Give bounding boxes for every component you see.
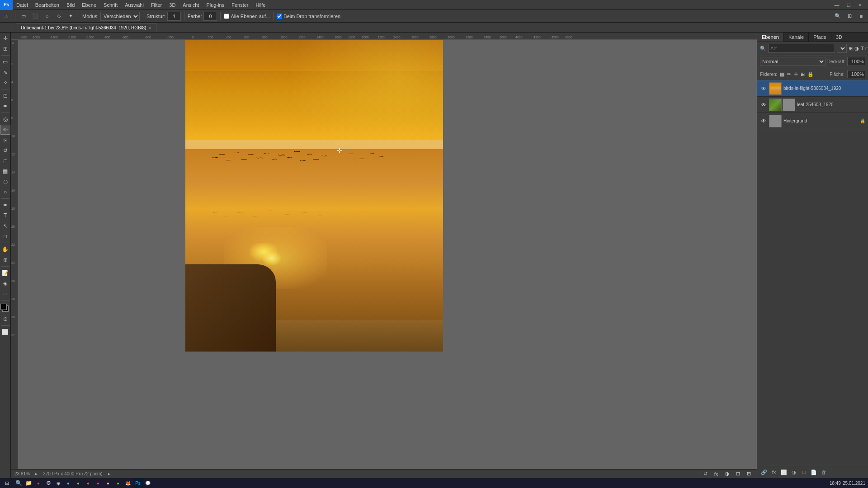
layer-search-input[interactable] xyxy=(768,44,835,53)
blur-tool[interactable]: ◌ xyxy=(0,177,10,187)
move-tool[interactable]: ✛ xyxy=(0,33,10,43)
home-btn[interactable]: ⌂ xyxy=(2,11,12,21)
mode-rect[interactable]: ▭ xyxy=(19,11,28,21)
taskbar-search-icon[interactable]: 🔍 xyxy=(14,478,24,488)
bottom-history-icon[interactable]: ↺ xyxy=(701,469,710,479)
lock-position-icon[interactable]: ✛ xyxy=(794,71,798,77)
layer-item-leaf[interactable]: 👁 leaf-254608_1920 xyxy=(757,97,868,113)
document-tab[interactable]: Unbenannt-1 bei 23,8% (birds-in-flight-5… xyxy=(16,23,156,32)
taskbar-icon-6[interactable]: ● xyxy=(63,478,73,488)
filter-type-select[interactable] xyxy=(837,44,847,53)
beim-drop-label[interactable]: Beim Drop transformieren xyxy=(277,14,340,19)
lasso-tool[interactable]: ∿ xyxy=(0,67,10,77)
layer-style-icon[interactable]: fx xyxy=(770,468,778,476)
selection-tool[interactable]: ▭ xyxy=(0,57,10,67)
menu-ansicht[interactable]: Ansicht xyxy=(179,0,203,10)
menu-schrift[interactable]: Schrift xyxy=(100,0,121,10)
tab-pfade[interactable]: Pfade xyxy=(809,33,831,42)
more-tools[interactable]: ··· xyxy=(0,289,10,299)
menu-bearbeiten[interactable]: Bearbeiten xyxy=(32,0,63,10)
menu-filter[interactable]: Filter xyxy=(147,0,165,10)
taskbar-icon-8[interactable]: ● xyxy=(83,478,93,488)
menu-plugins[interactable]: Plug-ins xyxy=(203,0,228,10)
tab-close-btn[interactable]: × xyxy=(149,26,151,30)
lock-all-icon[interactable]: 🔒 xyxy=(807,71,814,77)
search-icon[interactable]: 🔍 xyxy=(833,11,843,21)
hand-tool[interactable]: ✋ xyxy=(0,244,10,254)
path-select-tool[interactable]: ↖ xyxy=(0,221,10,231)
type-tool[interactable]: T xyxy=(0,211,10,221)
panel-btn[interactable]: ≡ xyxy=(856,11,866,21)
close-btn[interactable]: × xyxy=(855,0,865,10)
filter-adjust-icon[interactable]: ◑ xyxy=(854,44,859,53)
fill-input[interactable] xyxy=(847,70,865,78)
menu-datei[interactable]: Datei xyxy=(13,0,32,10)
menu-3d[interactable]: 3D xyxy=(165,0,179,10)
beim-drop-checkbox[interactable] xyxy=(277,14,282,19)
layer-mask-icon[interactable]: ⬜ xyxy=(780,468,788,476)
fg-color[interactable] xyxy=(0,304,7,310)
menu-hilfe[interactable]: Hilfe xyxy=(252,0,269,10)
lock-artboard-icon[interactable]: ⊞ xyxy=(801,71,805,77)
gradient-tool[interactable]: ▦ xyxy=(0,166,10,176)
delete-layer-icon[interactable]: 🗑 xyxy=(820,468,828,476)
menu-auswahl[interactable]: Auswahl xyxy=(121,0,147,10)
stamp-tool[interactable]: ⎘ xyxy=(0,135,10,145)
taskbar-msg-icon[interactable]: 💬 xyxy=(143,478,153,488)
mode-circle[interactable]: ○ xyxy=(42,11,52,21)
taskbar-icon-10[interactable]: ● xyxy=(103,478,113,488)
magic-wand-tool[interactable]: ✧ xyxy=(0,78,10,88)
layer-visibility-leaf[interactable]: 👁 xyxy=(760,101,767,108)
taskbar-icon-3[interactable]: ● xyxy=(33,478,43,488)
mode-diamond[interactable]: ◇ xyxy=(54,11,64,21)
farbe-input[interactable] xyxy=(203,12,217,21)
lock-transparent-icon[interactable]: ▦ xyxy=(780,71,784,77)
notes-tool[interactable]: 📝 xyxy=(0,268,10,278)
modus-select[interactable]: Verschieden xyxy=(100,12,140,21)
alle-ebenen-label[interactable]: Alle Ebenen auf... xyxy=(224,14,270,19)
3d-tool[interactable]: ◈ xyxy=(0,278,10,288)
taskbar-icon-11[interactable]: ● xyxy=(113,478,123,488)
alle-ebenen-checkbox[interactable] xyxy=(224,14,229,19)
layer-item-bg[interactable]: 👁 Hintergrund 🔒 xyxy=(757,113,868,129)
minimize-btn[interactable]: — xyxy=(832,0,842,10)
menu-bild[interactable]: Bild xyxy=(63,0,78,10)
tab-kanaele[interactable]: Kanäle xyxy=(784,33,809,42)
zoom-tool[interactable]: ⊕ xyxy=(0,255,10,265)
quick-mask[interactable]: ⊙ xyxy=(0,314,10,324)
windows-start-btn[interactable]: ⊞ xyxy=(0,478,14,488)
shape-tool[interactable]: □ xyxy=(0,231,10,241)
group-layers-icon[interactable]: □ xyxy=(800,468,808,476)
taskbar-icon-7[interactable]: ● xyxy=(73,478,83,488)
taskbar-firefox-icon[interactable]: 🦊 xyxy=(123,478,133,488)
filter-pixel-icon[interactable]: ⊞ xyxy=(849,44,853,53)
mode-brush[interactable]: ⬛ xyxy=(30,11,40,21)
mode-star[interactable]: ✦ xyxy=(66,11,75,21)
struktur-input[interactable] xyxy=(167,12,181,21)
new-layer-icon[interactable]: 📄 xyxy=(810,468,818,476)
taskbar-icon-4[interactable]: ⚙ xyxy=(43,478,53,488)
taskbar-icon-5[interactable]: ◉ xyxy=(53,478,63,488)
lock-pixel-icon[interactable]: ✏ xyxy=(787,71,791,77)
menu-fenster[interactable]: Fenster xyxy=(228,0,252,10)
menu-ebene[interactable]: Ebene xyxy=(78,0,100,10)
blend-mode-select[interactable]: Normal xyxy=(760,57,826,66)
eyedropper-tool[interactable]: ✒ xyxy=(0,101,10,111)
tab-ebenen[interactable]: Ebenen xyxy=(757,33,784,42)
maximize-btn[interactable]: □ xyxy=(844,0,854,10)
dodge-tool[interactable]: ○ xyxy=(0,187,10,197)
taskbar-explorer-icon[interactable]: 📁 xyxy=(24,478,33,488)
foreground-bg-colors[interactable] xyxy=(0,304,10,314)
eraser-tool[interactable]: ◻ xyxy=(0,156,10,166)
layer-visibility-bg[interactable]: 👁 xyxy=(760,117,767,125)
tab-3d[interactable]: 3D xyxy=(831,33,847,42)
pen-tool[interactable]: ✒ xyxy=(0,200,10,210)
spot-heal-tool[interactable]: ◎ xyxy=(0,114,10,124)
link-layers-icon[interactable]: 🔗 xyxy=(760,468,768,476)
adjustment-layer-icon[interactable]: ◑ xyxy=(790,468,798,476)
bottom-mask-icon[interactable]: ⊡ xyxy=(733,469,742,479)
layer-item-birds[interactable]: 👁 birds-in-flight-5366034_1920 xyxy=(757,80,868,97)
filter-shape-icon[interactable]: □ xyxy=(866,44,868,53)
bottom-panel-icon[interactable]: ⊞ xyxy=(744,469,753,479)
bottom-adjust-icon[interactable]: ◑ xyxy=(722,469,731,479)
